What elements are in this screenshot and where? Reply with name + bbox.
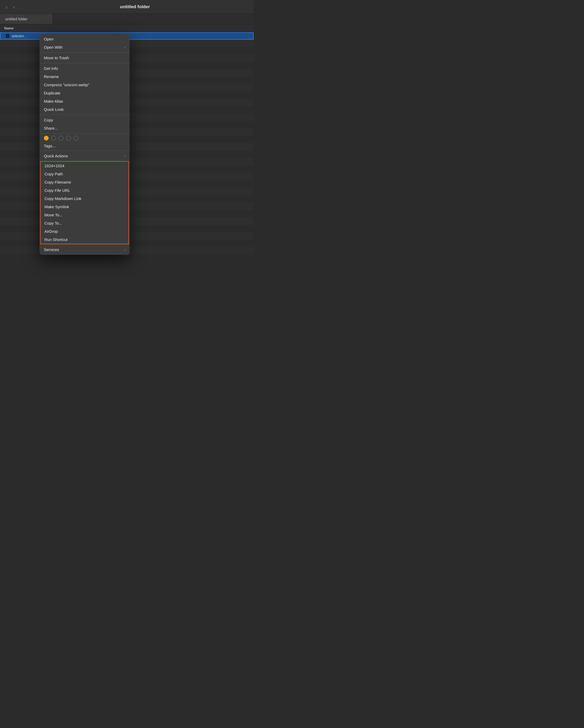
nav-buttons: ‹ ›	[4, 4, 16, 10]
tag-dot-2[interactable]	[59, 136, 63, 140]
menu-item-get-info[interactable]: Get Info	[39, 64, 130, 73]
file-icon: 🖼	[5, 33, 10, 38]
menu-item-copy-to-label: Copy To...	[45, 221, 62, 225]
menu-item-quick-look[interactable]: Quick Look	[39, 105, 130, 113]
menu-item-quick-actions-label: Quick Actions	[44, 154, 68, 158]
back-button[interactable]: ‹	[4, 4, 9, 10]
menu-item-open[interactable]: Open	[39, 35, 130, 43]
window-title: untitled folder	[20, 4, 249, 9]
menu-item-copy-file-url[interactable]: Copy File URL	[41, 186, 129, 194]
name-column-header: Name	[4, 26, 13, 30]
menu-item-compress-label: Compress "unicorn.webp"	[44, 82, 89, 87]
tag-dot-3[interactable]	[66, 136, 71, 140]
menu-item-copy-markdown-link-label: Copy Markdown Link	[45, 196, 81, 201]
menu-item-duplicate[interactable]: Duplicate	[39, 89, 130, 97]
tag-dot-4[interactable]	[74, 136, 78, 140]
tags-label[interactable]: Tags...	[44, 144, 55, 148]
quick-actions-extended-section: 1024×1024 Copy Path Copy Filename Copy F…	[40, 161, 129, 244]
menu-item-make-symlink-label: Make Symlink	[45, 205, 69, 209]
menu-item-share[interactable]: Share...	[39, 124, 130, 132]
menu-item-copy-filename-label: Copy Filename	[45, 180, 71, 184]
file-name: unicorn.	[11, 34, 25, 38]
menu-item-services-label: Services	[44, 248, 59, 252]
tab-untitled-folder[interactable]: untitled folder	[0, 14, 53, 24]
menu-item-make-symlink[interactable]: Make Symlink	[41, 203, 129, 211]
menu-item-make-alias[interactable]: Make Alias	[39, 97, 130, 105]
quick-actions-arrow-icon: ›	[124, 154, 125, 158]
menu-item-copy-to[interactable]: Copy To...	[41, 219, 129, 227]
titlebar: ‹ › untitled folder	[0, 0, 254, 14]
services-arrow-icon: ›	[124, 248, 125, 252]
forward-button[interactable]: ›	[11, 4, 17, 10]
tag-dot-orange[interactable]	[44, 136, 49, 140]
menu-item-open-label: Open	[44, 37, 54, 41]
menu-item-copy-file-url-label: Copy File URL	[45, 188, 70, 192]
window: ‹ › untitled folder untitled folder Name…	[0, 0, 254, 262]
tag-dot-1[interactable]	[51, 136, 56, 140]
open-with-arrow-icon: ›	[124, 45, 125, 49]
menu-item-move-to-trash-label: Move to Trash	[44, 56, 69, 60]
tags-row	[39, 134, 130, 142]
menu-item-quick-look-label: Quick Look	[44, 107, 64, 112]
menu-item-move-to-trash[interactable]: Move to Trash	[39, 54, 130, 62]
menu-item-duplicate-label: Duplicate	[44, 91, 60, 95]
tab-bar: untitled folder	[0, 14, 254, 24]
menu-item-move-to-label: Move To...	[45, 213, 63, 217]
menu-item-compress[interactable]: Compress "unicorn.webp"	[39, 81, 130, 89]
menu-item-open-with[interactable]: Open With ›	[39, 43, 130, 51]
menu-section-open: Open Open With ›	[39, 34, 130, 52]
menu-item-move-to[interactable]: Move To...	[41, 211, 129, 219]
column-header: Name	[0, 24, 254, 32]
menu-item-run-shortcut-label: Run Shortcut	[45, 237, 68, 242]
empty-row	[0, 255, 254, 262]
menu-item-get-info-label: Get Info	[44, 66, 58, 71]
menu-item-open-with-label: Open With	[44, 45, 63, 50]
menu-item-run-shortcut[interactable]: Run Shortcut	[41, 235, 129, 244]
menu-item-make-alias-label: Make Alias	[44, 99, 63, 103]
menu-item-copy[interactable]: Copy	[39, 116, 130, 124]
menu-item-share-label: Share...	[44, 126, 58, 130]
menu-item-airdrop[interactable]: AirDrop	[41, 227, 129, 235]
menu-item-copy-filename[interactable]: Copy Filename	[41, 178, 129, 186]
menu-item-size-1024-label: 1024×1024	[45, 163, 64, 168]
tags-label-row: Tags...	[39, 142, 130, 151]
menu-item-rename[interactable]: Rename	[39, 73, 130, 81]
menu-section-quick-actions: Quick Actions ›	[39, 151, 130, 161]
menu-section-file-actions: Get Info Rename Compress "unicorn.webp" …	[39, 63, 130, 114]
menu-item-copy-markdown-link[interactable]: Copy Markdown Link	[41, 194, 129, 203]
menu-section-services: Services ›	[39, 244, 130, 255]
menu-item-rename-label: Rename	[44, 74, 59, 79]
menu-section-trash: Move to Trash	[39, 53, 130, 63]
menu-item-copy-path-label: Copy Path	[45, 172, 63, 176]
menu-item-services[interactable]: Services ›	[39, 245, 130, 254]
menu-item-copy-label: Copy	[44, 118, 53, 122]
menu-item-airdrop-label: AirDrop	[45, 229, 58, 234]
menu-item-size-1024[interactable]: 1024×1024	[41, 162, 129, 170]
menu-item-copy-path[interactable]: Copy Path	[41, 170, 129, 178]
context-menu: Open Open With › Move to Trash Get Info …	[39, 34, 130, 255]
menu-section-copy-share: Copy Share...	[39, 115, 130, 133]
menu-item-quick-actions[interactable]: Quick Actions ›	[39, 152, 130, 160]
